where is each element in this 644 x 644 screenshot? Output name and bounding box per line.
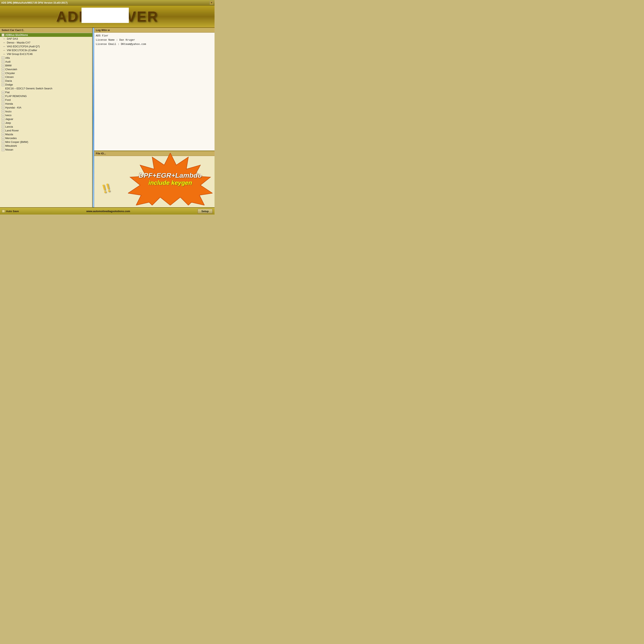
tree-item-chrysler[interactable]: +Chrysler — [0, 71, 92, 75]
child-dash-icon: ─ — [3, 45, 6, 48]
expand-icon[interactable]: + — [2, 118, 4, 121]
auto-save-checkbox[interactable] — [2, 210, 5, 213]
tree-item-vw-group[interactable]: ─VW Group EnC17C46 — [0, 52, 92, 56]
tree-item-daf[interactable]: ─DAF DА3 — [0, 37, 92, 41]
tree-item-label: BMW — [5, 64, 12, 67]
tree-item-bmw[interactable]: +BMW — [0, 64, 92, 67]
tree-item-label: Lancia — [5, 125, 13, 128]
tree-item-citroen[interactable]: +Citroen — [0, 75, 92, 79]
tree-item-denso-mazda[interactable]: ─Denso - Mazda CX7 — [0, 41, 92, 44]
auto-save-container[interactable]: Auto Save — [2, 210, 19, 213]
log-line: License Email : DKteam@yahoo.com — [96, 42, 213, 46]
title-bar: ADS DPБ (ММuiu/Аulv/М017.05 DFiti Versio… — [0, 0, 215, 6]
expand-icon[interactable]: + — [2, 114, 4, 117]
close-button[interactable]: ✕ — [210, 1, 213, 5]
expand-icon[interactable]: + — [2, 102, 4, 105]
tree-item-dodge[interactable]: +Dodge — [0, 83, 92, 87]
tree-item-jaguar[interactable]: +Jaguar — [0, 117, 92, 121]
tree-item-fiat[interactable]: +Fiat — [0, 90, 92, 94]
expand-icon[interactable]: + — [2, 144, 4, 147]
tree-item-label: FLAP REMOVING — [5, 95, 27, 98]
tree-item-land-rover[interactable]: +Land Rover — [0, 129, 92, 132]
expand-icon[interactable]: + — [2, 148, 4, 151]
expand-icon[interactable]: + — [2, 79, 4, 82]
tree-item-label: Denso - Mazda CX7 — [7, 41, 30, 44]
setup-button[interactable]: Setup — [198, 209, 213, 214]
auto-save-label: Auto Save — [6, 210, 19, 213]
tree-item-label: Land Rover — [5, 129, 19, 132]
tree-item-vw-edc17c3d[interactable]: ─VW EDC17ClC3n (Crafter — [0, 48, 92, 52]
expand-icon[interactable]: + — [2, 106, 4, 109]
tree-item-hyundai-kia[interactable]: +Hyundai - KIA — [0, 106, 92, 109]
child-dash-icon: ─ — [3, 41, 6, 44]
expand-icon[interactable]: + — [2, 91, 4, 94]
tree-item-audi[interactable]: +Audi — [0, 60, 92, 64]
right-panel: Log Wtin w ADS FierLicense Name : Dan Kr… — [94, 28, 215, 207]
expand-icon[interactable]: + — [2, 83, 4, 86]
bottom-bar: Auto Save www.automotivediagsolutions.co… — [0, 207, 215, 215]
child-dash-icon: ─ — [3, 49, 6, 52]
tree-item-isuzu[interactable]: +Isuzu — [0, 109, 92, 113]
expand-icon[interactable]: + — [2, 64, 4, 67]
tree-item-mitsubishi[interactable]: +Mitsubishi — [0, 144, 92, 148]
tree-item-label: Chrysler — [5, 72, 15, 75]
tree-area[interactable]: −ADBlue БluОtions─DAF DА3─Denso - Mazda … — [0, 33, 92, 207]
tree-item-iveco[interactable]: +Iveco — [0, 113, 92, 117]
tree-item-label: Honda — [5, 102, 13, 105]
tree-item-label: ADBlue БluОtions — [5, 33, 28, 36]
expand-icon[interactable]: + — [2, 129, 4, 132]
expand-icon[interactable]: + — [2, 122, 4, 124]
expand-icon[interactable]: + — [2, 68, 4, 71]
tree-item-label: VW EDC17ClC3n (Crafter — [7, 49, 37, 52]
expand-icon[interactable]: + — [2, 137, 4, 140]
tree-item-label: VW Group EnC17C46 — [7, 53, 33, 56]
log-content: ADS FierLicense Name : Dan KrugerLicense… — [94, 33, 215, 151]
expand-icon[interactable]: + — [2, 72, 4, 75]
tree-item-mazda[interactable]: +Mazda — [0, 132, 92, 136]
tree-item-dacia[interactable]: +Dacia — [0, 79, 92, 83]
child-dash-icon: ─ — [3, 53, 6, 56]
tree-item-nissan[interactable]: +Nissan — [0, 148, 92, 152]
tree-item-label: VAG EDC17CP24 (Audi Q7) — [7, 45, 40, 48]
log-window: Log Wtin w ADS FierLicense Name : Dan Kr… — [94, 28, 215, 151]
tree-item-label: Audi — [5, 60, 10, 63]
tree-item-adblue-root[interactable]: −ADBlue БluОtions — [0, 33, 92, 37]
expand-icon[interactable]: + — [2, 99, 4, 101]
tree-item-jeep[interactable]: +Jeep — [0, 121, 92, 125]
expand-icon[interactable]: + — [2, 133, 4, 136]
tree-item-label: Nissan — [5, 148, 13, 151]
expand-icon[interactable]: + — [2, 125, 4, 128]
tree-item-alfa[interactable]: +Alfa — [0, 56, 92, 60]
expand-icon[interactable]: + — [2, 110, 4, 113]
tree-item-label: Isuzu — [5, 110, 11, 113]
tree-item-label: Citroen — [5, 75, 14, 78]
tree-item-label: Mitsubishi — [5, 144, 17, 147]
tree-item-honda[interactable]: +Honda — [0, 102, 92, 106]
exclaim-icon: !! — [101, 181, 112, 196]
tree-item-label: Fiat — [5, 91, 10, 94]
tree-item-ford[interactable]: +Ford — [0, 98, 92, 102]
left-panel: Select Car Cact C. −ADBlue БluОtions─DAF… — [0, 28, 93, 207]
tree-item-edc16-edc17[interactable]: EDC16 – EDC17 Generic Switch Search — [0, 87, 92, 90]
tree-item-mercedes[interactable]: +Mercedes — [0, 136, 92, 140]
tree-item-label: DAF DА3 — [7, 37, 18, 40]
tree-item-label: Mini Cooper (BMW) — [5, 140, 28, 143]
tree-item-label: Jeep — [5, 121, 11, 124]
expand-icon[interactable]: + — [2, 95, 4, 98]
log-line: ADS Fier — [96, 34, 213, 38]
expand-icon[interactable]: + — [2, 60, 4, 63]
promo-main-text: DPF+EGR+Lambdo — [139, 172, 202, 179]
tree-item-flap[interactable]: +FLAP REMOVING — [0, 94, 92, 98]
child-dash-icon: ─ — [3, 37, 6, 40]
tree-item-label: Hyundai - KIA — [5, 106, 21, 109]
tree-item-vag-edc17[interactable]: ─VAG EDC17CP24 (Audi Q7) — [0, 44, 92, 48]
logo-overlay — [82, 8, 129, 23]
divider — [93, 28, 94, 207]
tree-item-lancia[interactable]: +Lancia — [0, 125, 92, 129]
expand-icon[interactable]: + — [2, 76, 4, 78]
tree-item-mini-cooper[interactable]: +Mini Cooper (BMW) — [0, 140, 92, 144]
promo-burst: DPF+EGR+Lambdo include keygen — [128, 153, 213, 205]
expand-icon[interactable]: + — [2, 141, 4, 143]
tree-item-chevrolet[interactable]: +Chevroleh — [0, 67, 92, 71]
expand-icon[interactable]: + — [2, 57, 4, 59]
